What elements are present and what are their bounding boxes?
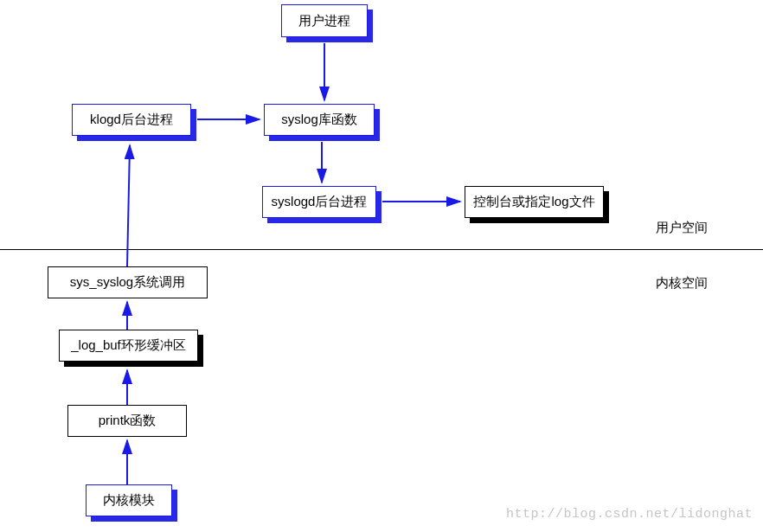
label-user-space: 用户空间 [656,220,708,236]
node-label: syslog库函数 [281,112,357,128]
node-klogd: klogd后台进程 [72,104,191,136]
node-sys-syslog: sys_syslog系统调用 [48,266,208,298]
node-label: printk函数 [99,413,157,429]
node-label: 内核模块 [103,492,155,509]
node-label: _log_buf环形缓冲区 [71,337,186,354]
node-label: 控制台或指定log文件 [473,194,594,210]
node-label: syslogd后台进程 [272,194,368,210]
svg-line-4 [127,145,130,266]
node-log-buf: _log_buf环形缓冲区 [59,330,198,362]
node-user-process: 用户进程 [281,4,368,37]
node-syslog-fn: syslog库函数 [264,104,375,136]
label-kernel-space: 内核空间 [656,275,708,292]
node-label: 用户进程 [298,13,350,29]
node-syslogd: syslogd后台进程 [262,186,376,218]
watermark: http://blog.csdn.net/lidonghat [506,507,753,522]
node-label: sys_syslog系统调用 [70,274,185,291]
node-printk: printk函数 [67,405,187,437]
node-console: 控制台或指定log文件 [465,186,604,218]
node-kernel-mod: 内核模块 [86,484,172,516]
space-divider [0,249,763,250]
node-label: klogd后台进程 [90,112,173,128]
